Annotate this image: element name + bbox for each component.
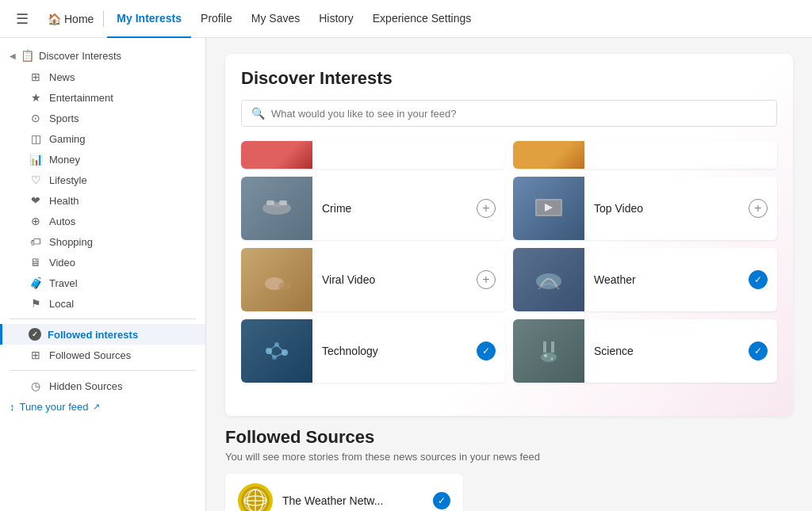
nav-experience-settings[interactable]: Experience Settings — [363, 0, 481, 38]
sidebar-item-lifestyle[interactable]: ♡ Lifestyle — [0, 170, 205, 190]
sidebar-item-shopping[interactable]: 🏷 Shopping — [0, 231, 205, 252]
crime-card-img — [241, 177, 312, 240]
sidebar-item-health[interactable]: ❤ Health — [0, 190, 205, 211]
interest-card-weather: Weather ✓ — [513, 248, 777, 311]
money-icon: 📊 — [29, 153, 43, 166]
nav-home-link[interactable]: 🏠 Home — [41, 13, 100, 25]
weather-label: Weather — [594, 273, 636, 286]
tune-feed-icon: ↕ — [10, 401, 15, 413]
nav-history[interactable]: History — [309, 0, 363, 38]
nav-my-saves[interactable]: My Saves — [242, 0, 309, 38]
crime-follow-btn[interactable]: + — [477, 199, 496, 218]
interest-card-technology: Technology ✓ — [241, 319, 505, 383]
sidebar-item-money[interactable]: 📊 Money — [0, 149, 205, 170]
followed-sources-icon: ⊞ — [29, 349, 43, 361]
hamburger-menu[interactable]: ☰ — [10, 6, 35, 32]
nav-divider — [103, 11, 104, 27]
nav-profile[interactable]: Profile — [191, 0, 242, 38]
sidebar-discover-label: Discover Interests — [39, 50, 121, 62]
technology-card-content: Technology ✓ — [312, 341, 505, 360]
svg-rect-19 — [543, 341, 546, 353]
search-box[interactable]: 🔍 — [241, 100, 777, 127]
sidebar-item-money-label: Money — [49, 154, 80, 166]
weather-follow-btn[interactable]: ✓ — [749, 270, 768, 289]
technology-follow-btn[interactable]: ✓ — [477, 341, 496, 360]
sidebar-item-entertainment[interactable]: ★ Entertainment — [0, 87, 205, 108]
crime-card-content: Crime + — [312, 199, 505, 218]
partial-card-2 — [513, 141, 777, 169]
top-nav: ☰ 🏠 Home My Interests Profile My Saves H… — [0, 0, 812, 38]
svg-rect-1 — [266, 200, 274, 205]
tune-feed-link[interactable]: ↕ Tune your feed ↗ — [0, 396, 205, 418]
followed-sources-section: Followed Sources You will see more stori… — [225, 427, 793, 511]
sidebar-item-local[interactable]: ⚑ Local — [0, 293, 205, 314]
search-input[interactable] — [271, 108, 767, 120]
weather-card-content: Weather ✓ — [584, 270, 777, 289]
sidebar-item-gaming-label: Gaming — [49, 133, 86, 145]
sidebar-item-video[interactable]: 🖥 Video — [0, 252, 205, 273]
collapse-arrow-icon: ◀ — [10, 51, 16, 60]
sidebar: ◀ 📋 Discover Interests ⊞ News ★ Entertai… — [0, 38, 206, 511]
weather-graphic — [529, 264, 569, 296]
technology-label: Technology — [322, 345, 378, 357]
interest-card-crime: Crime + — [241, 177, 505, 240]
sidebar-item-followed-interests[interactable]: ✓ Followed interests — [0, 324, 205, 345]
sidebar-item-local-label: Local — [49, 298, 74, 310]
svg-point-22 — [544, 354, 547, 357]
sidebar-item-health-label: Health — [49, 195, 79, 207]
svg-line-15 — [269, 345, 277, 351]
science-graphic — [529, 335, 569, 367]
partial-cards-row — [241, 141, 777, 169]
hidden-sources-icon: ◷ — [29, 379, 43, 392]
sidebar-divider-1 — [10, 318, 196, 319]
sidebar-item-sports[interactable]: ⊙ Sports — [0, 108, 205, 128]
sidebar-followed-interests-label: Followed interests — [48, 329, 138, 341]
technology-card-img — [241, 319, 312, 383]
sidebar-item-followed-sources[interactable]: ⊞ Followed Sources — [0, 345, 205, 365]
sidebar-item-sports-label: Sports — [49, 112, 79, 124]
sidebar-item-hidden-sources[interactable]: ◷ Hidden Sources — [0, 376, 205, 396]
science-card-img — [513, 319, 584, 383]
health-icon: ❤ — [29, 194, 43, 207]
followed-sources-title: Followed Sources — [225, 427, 793, 448]
main-layout: ◀ 📋 Discover Interests ⊞ News ★ Entertai… — [0, 38, 812, 511]
svg-point-9 — [278, 282, 291, 290]
tune-feed-label: Tune your feed — [20, 401, 89, 413]
travel-icon: 🧳 — [29, 276, 43, 289]
interest-grid: Crime + — [241, 177, 777, 383]
top-video-follow-btn[interactable]: + — [749, 199, 768, 218]
nav-my-interests[interactable]: My Interests — [107, 0, 191, 38]
sidebar-item-news-label: News — [49, 71, 75, 83]
main-content: Discover Interests 🔍 — [206, 38, 812, 511]
viral-video-graphic — [257, 264, 297, 296]
top-video-card-content: Top Video + — [584, 199, 777, 218]
home-icon: 🏠 — [48, 13, 61, 25]
weather-network-logo — [238, 483, 273, 511]
crime-label: Crime — [322, 202, 351, 215]
discover-section: Discover Interests 🔍 — [225, 54, 793, 416]
followed-sources-subtitle: You will see more stories from these new… — [225, 451, 793, 463]
weather-network-follow-btn[interactable]: ✓ — [433, 492, 450, 509]
sports-icon: ⊙ — [29, 112, 43, 124]
video-icon: 🖥 — [29, 256, 43, 269]
viral-video-follow-btn[interactable]: + — [477, 270, 496, 289]
source-card-weather-network: The Weather Netw... ✓ — [225, 474, 463, 511]
discover-title: Discover Interests — [241, 68, 777, 89]
local-icon: ⚑ — [29, 297, 43, 310]
news-icon: ⊞ — [29, 71, 43, 83]
partial-card-img-1 — [241, 141, 312, 169]
viral-video-label: Viral Video — [322, 273, 375, 286]
sidebar-item-travel[interactable]: 🧳 Travel — [0, 273, 205, 293]
sidebar-item-gaming[interactable]: ◫ Gaming — [0, 128, 205, 149]
sidebar-item-autos[interactable]: ⊕ Autos — [0, 211, 205, 231]
sidebar-item-news[interactable]: ⊞ News — [0, 67, 205, 87]
science-label: Science — [594, 345, 634, 357]
crime-img-graphic — [257, 193, 297, 224]
sidebar-discover-header[interactable]: ◀ 📋 Discover Interests — [0, 44, 205, 67]
followed-interests-icon: ✓ — [29, 328, 41, 341]
sidebar-item-shopping-label: Shopping — [49, 236, 93, 248]
interest-card-science: Science ✓ — [513, 319, 777, 383]
autos-icon: ⊕ — [29, 215, 43, 227]
sidebar-item-entertainment-label: Entertainment — [49, 92, 113, 104]
science-follow-btn[interactable]: ✓ — [749, 341, 768, 360]
